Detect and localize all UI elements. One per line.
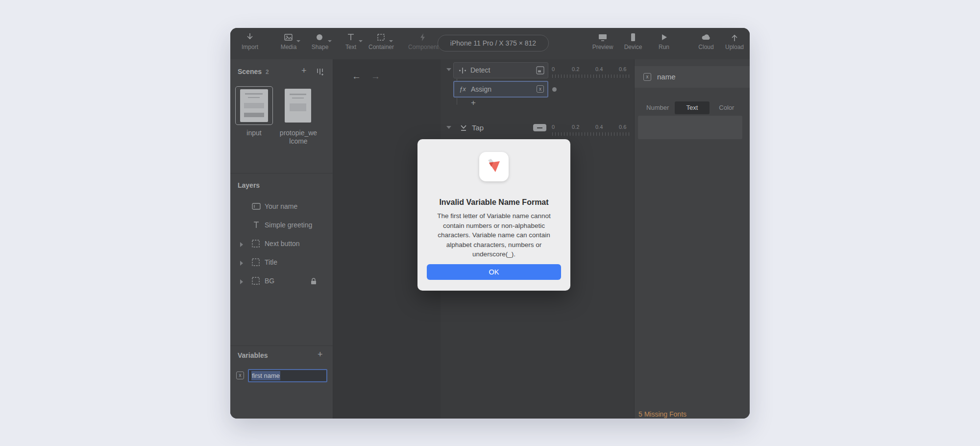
layer-row-next-button[interactable]: Next button	[230, 235, 333, 253]
toolbar-shape[interactable]: Shape	[305, 32, 335, 56]
toolbar: Import Media Shape Text Container	[230, 28, 750, 59]
toolbar-label: Text	[336, 44, 366, 50]
variable-type-icon: x	[236, 372, 244, 379]
layer-label: BG	[265, 277, 274, 285]
container-icon	[376, 32, 386, 42]
variables-title: Variables	[238, 351, 268, 359]
cloud-icon	[701, 32, 711, 42]
variable-name-title: name	[657, 73, 676, 81]
input-field-icon	[252, 202, 261, 210]
protopie-logo-icon	[486, 158, 502, 175]
toolbar-text[interactable]: Text	[336, 32, 366, 56]
timeline-ruler[interactable]	[552, 132, 631, 136]
scene-thumbnail-selected-frame[interactable]	[235, 86, 273, 125]
toolbar-device[interactable]: Device	[618, 32, 648, 56]
toolbar-label: Device	[618, 44, 648, 50]
caret-down-icon	[328, 40, 332, 42]
lock-icon[interactable]	[310, 277, 318, 285]
toolbar-label: Preview	[588, 44, 617, 50]
layer-row-your-name[interactable]: Your name	[230, 198, 333, 216]
property-inspector: x name Number Text Color 5 Missing Fonts	[635, 59, 750, 419]
toolbar-label: Cloud	[691, 44, 721, 50]
collapse-triangle-icon[interactable]	[446, 126, 451, 129]
back-arrow-button[interactable]: ←	[352, 71, 361, 82]
toolbar-cloud[interactable]: Cloud	[691, 32, 721, 56]
detect-icon	[458, 66, 467, 75]
toolbar-import[interactable]: Import	[235, 32, 265, 56]
layer-row-title[interactable]: Title	[230, 253, 333, 272]
expand-triangle-icon[interactable]	[240, 261, 243, 266]
caret-down-icon	[389, 40, 393, 42]
scene-count-badge: 2	[266, 69, 269, 75]
scene-name-protopie-welcome[interactable]: protopie_welcome	[279, 129, 318, 146]
expand-triangle-icon[interactable]	[240, 242, 243, 247]
variable-name-input[interactable]: first name	[248, 369, 327, 382]
timeline-tick-label: 0.4	[595, 124, 603, 130]
toolbar-run[interactable]: Run	[649, 32, 679, 56]
variable-row: x first name	[230, 369, 333, 384]
add-response-button[interactable]: +	[471, 99, 476, 107]
add-scene-button[interactable]: +	[301, 66, 307, 75]
tab-text[interactable]: Text	[675, 101, 709, 114]
variable-type-tabs: Number Text Color	[640, 101, 744, 114]
forward-arrow-button[interactable]: →	[371, 71, 380, 82]
dialog-title: Invalid Variable Name Format	[417, 198, 570, 207]
toolbar-label: Media	[274, 44, 303, 50]
variable-x-badge-icon: x	[537, 85, 544, 93]
scene-name-input[interactable]: input	[235, 129, 273, 137]
toolbar-media[interactable]: Media	[274, 32, 303, 56]
layer-label: Simple greeting	[265, 221, 312, 229]
variable-type-icon: x	[643, 73, 651, 81]
expand-triangle-icon[interactable]	[240, 279, 243, 284]
response-assign-selected[interactable]: ƒx Assign x	[453, 81, 548, 98]
toolbar-preview[interactable]: Preview	[588, 32, 617, 56]
timeline-tick-label: 0	[552, 124, 555, 130]
timeline-ruler[interactable]	[552, 74, 631, 78]
scene-thumbnail-preview	[244, 113, 264, 117]
formula-fx-icon: ƒx	[459, 85, 466, 93]
toolbar-label: Run	[649, 44, 679, 50]
ok-button[interactable]: OK	[427, 264, 561, 280]
layer-label: Title	[265, 258, 277, 266]
timeline-tick-label: 0.2	[572, 124, 579, 130]
timeline-handle[interactable]	[552, 87, 557, 92]
scenes-title: Scenes2	[238, 68, 269, 75]
response-label: Assign	[471, 85, 491, 93]
layer-row-bg[interactable]: BG	[230, 272, 333, 291]
trigger-tap-label[interactable]: Tap	[472, 124, 484, 132]
timeline-tick-label: 0	[552, 66, 555, 72]
scene-thumbnail-preview	[290, 103, 306, 111]
tab-color[interactable]: Color	[710, 101, 744, 114]
caret-down-icon	[359, 40, 363, 42]
tab-number[interactable]: Number	[640, 101, 675, 114]
scenes-title-text: Scenes	[238, 68, 262, 75]
collapse-triangle-icon[interactable]	[446, 68, 451, 71]
missing-fonts-warning[interactable]: 5 Missing Fonts	[638, 410, 686, 418]
layer-row-simple-greeting[interactable]: Simple greeting	[230, 216, 333, 235]
toolbar-component[interactable]: Component	[408, 32, 438, 56]
layers-title: Layers	[238, 181, 260, 189]
remove-trigger-button[interactable]	[533, 124, 546, 131]
scene-thumbnail-preview	[290, 94, 306, 95]
scene-list-view-icon[interactable]	[316, 67, 324, 76]
toolbar-label: Upload	[720, 44, 749, 50]
scene-thumbnail-protopie-welcome[interactable]	[285, 89, 311, 123]
inspector-header: x name	[635, 66, 750, 88]
scene-thumbnail-preview	[245, 93, 263, 95]
scene-thumbnail-input[interactable]	[240, 89, 268, 122]
timeline-tick-label: 0.4	[595, 66, 603, 72]
add-variable-button[interactable]: +	[318, 350, 323, 359]
import-icon	[245, 32, 255, 42]
trigger-detect[interactable]: Detect	[453, 62, 548, 78]
layer-label: Next button	[265, 240, 300, 248]
shape-icon	[315, 32, 325, 42]
layer-label: Your name	[265, 202, 297, 210]
variable-value-box[interactable]	[638, 116, 742, 139]
timeline-tick-label: 0.2	[572, 66, 579, 72]
toolbar-upload[interactable]: Upload	[720, 32, 749, 56]
selected-text: first name	[251, 371, 280, 380]
detect-badge-icon[interactable]	[536, 66, 544, 74]
toolbar-container[interactable]: Container	[367, 32, 396, 56]
sidebar-divider	[230, 346, 333, 346]
device-preset-selector[interactable]: iPhone 11 Pro / X 375 × 812	[438, 35, 549, 51]
